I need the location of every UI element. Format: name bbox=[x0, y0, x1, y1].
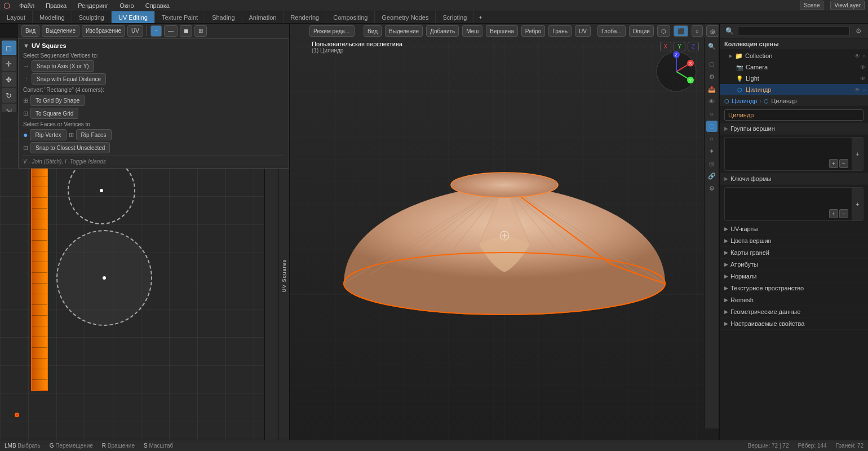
normals-section[interactable]: ▶ Нормали bbox=[720, 271, 868, 282]
vp-vertex-menu[interactable]: Вершина bbox=[486, 25, 518, 37]
menu-render[interactable]: Рендеринг bbox=[76, 2, 110, 9]
light-eye[interactable]: 👁 bbox=[860, 76, 866, 82]
vertex-groups-header[interactable]: ▶ Группы вершин bbox=[720, 123, 868, 135]
vg-ctrl-1[interactable]: + bbox=[829, 159, 838, 168]
viewport-gizmo[interactable]: X Y Z bbox=[654, 49, 699, 94]
snap-closest-btn[interactable]: Snap to Closest Unselected bbox=[30, 142, 110, 153]
outliner-light[interactable]: 💡 Light 👁 bbox=[720, 73, 868, 84]
vp-right-scene[interactable]: ⬡ bbox=[706, 59, 718, 70]
outliner-camera[interactable]: 📷 Camera 👁 bbox=[720, 61, 868, 73]
menu-window[interactable]: Окно bbox=[117, 2, 136, 9]
snap-equal-btn[interactable]: Snap with Equal Distance bbox=[32, 73, 106, 85]
to-grid-btn[interactable]: To Grid By Shape bbox=[30, 95, 85, 106]
uv-mode-face[interactable]: ◼ bbox=[180, 25, 192, 37]
to-square-btn[interactable]: To Square Grid bbox=[30, 108, 78, 119]
tool-cursor[interactable]: ✛ bbox=[2, 56, 16, 71]
rip-faces-btn[interactable]: Rip Faces bbox=[76, 129, 112, 140]
snap-axis-btn[interactable]: Snap to Axis (X or Y) bbox=[32, 60, 94, 72]
uv-uv-menu[interactable]: UV bbox=[127, 25, 143, 37]
vp-right-object[interactable]: ○ bbox=[706, 108, 718, 120]
sk-ctrl-2[interactable]: − bbox=[839, 209, 848, 218]
tab-layout[interactable]: Layout bbox=[0, 11, 33, 23]
tool-select[interactable]: ◻ bbox=[2, 41, 16, 55]
vp-shade-material[interactable]: ○ bbox=[692, 25, 703, 37]
remesh-section[interactable]: ▶ Remesh bbox=[720, 294, 868, 306]
face-maps-section[interactable]: ▶ Карты граней bbox=[720, 247, 868, 259]
tab-rendering[interactable]: Rendering bbox=[284, 11, 326, 23]
vg-add-btn[interactable]: + bbox=[852, 138, 863, 170]
vp-right-output[interactable]: 📤 bbox=[706, 83, 718, 95]
collection-eye[interactable]: 👁 bbox=[854, 53, 860, 59]
vp-view-menu[interactable]: Вид bbox=[364, 25, 382, 37]
tab-scripting[interactable]: Scripting bbox=[436, 11, 474, 23]
uv-mode-vertex[interactable]: ⬝ bbox=[150, 25, 162, 37]
vp-mode-dropdown[interactable]: Режим реда... bbox=[309, 25, 355, 37]
vp-face-menu[interactable]: Грань bbox=[548, 25, 572, 37]
menu-edit[interactable]: Правка bbox=[43, 2, 69, 9]
uv-maps-section[interactable]: ▶ UV-карты bbox=[720, 223, 868, 235]
shape-keys-header[interactable]: ▶ Ключи формы bbox=[720, 173, 868, 185]
sk-add-btn[interactable]: + bbox=[852, 188, 863, 220]
vp-right-material[interactable]: ○ bbox=[706, 133, 718, 144]
viewport-3d[interactable]: ◻ ✛ ✥ ↻ ⇲ ⊞ ✏ 📐 Режим реда... Вид Выделе… bbox=[290, 24, 719, 440]
tab-geometry-nodes[interactable]: Geometry Nodes bbox=[375, 11, 436, 23]
collection-hide[interactable]: ○ bbox=[862, 53, 866, 59]
view-layer-selector[interactable]: ViewLayer bbox=[830, 1, 865, 10]
vp-global-dropdown[interactable]: Глоба... bbox=[597, 25, 626, 37]
outliner-collection[interactable]: ▶ 📁 Collection 👁 ○ bbox=[720, 50, 868, 61]
vp-shade-solid[interactable]: ⬛ bbox=[674, 25, 688, 37]
axis-x-btn[interactable]: X bbox=[660, 42, 672, 51]
tab-shading[interactable]: Shading bbox=[205, 11, 242, 23]
vp-right-render[interactable]: ⚙ bbox=[706, 71, 718, 82]
vp-right-data[interactable]: ⬡ bbox=[706, 121, 718, 132]
vg-ctrl-2[interactable]: − bbox=[839, 159, 848, 168]
vp-right-search[interactable]: 🔍 bbox=[706, 41, 718, 52]
tab-add[interactable]: + bbox=[474, 12, 486, 23]
vp-uv-menu[interactable]: UV bbox=[575, 25, 591, 37]
menu-file[interactable]: Файл bbox=[17, 2, 37, 9]
tab-modeling[interactable]: Modeling bbox=[33, 11, 72, 23]
scene-selector[interactable]: Scene bbox=[800, 1, 823, 10]
cylinder-select[interactable]: ○ bbox=[862, 87, 866, 93]
cylinder-eye[interactable]: 👁 bbox=[854, 87, 860, 93]
tab-texture-paint[interactable]: Texture Paint bbox=[155, 11, 205, 23]
vp-right-particles[interactable]: ✦ bbox=[706, 145, 718, 157]
vp-shade-wire[interactable]: ⬡ bbox=[657, 25, 670, 37]
prop-filter[interactable]: ⚙ bbox=[852, 25, 865, 37]
attributes-section[interactable]: ▶ Атрибуты bbox=[720, 259, 868, 271]
uv-mode-island[interactable]: ⊞ bbox=[194, 25, 207, 37]
custom-props-section[interactable]: ▶ Настраиваемые свойства bbox=[720, 318, 868, 330]
vp-select-menu[interactable]: Выделение bbox=[385, 25, 423, 37]
camera-eye[interactable]: 👁 bbox=[860, 64, 866, 70]
vp-mesh-menu[interactable]: Меш bbox=[462, 25, 482, 37]
vertex-colors-section[interactable]: ▶ Цвета вершин bbox=[720, 235, 868, 247]
tab-compositing[interactable]: Compositing bbox=[326, 11, 375, 23]
uv-mode-edge[interactable]: — bbox=[164, 25, 178, 37]
uv-view-menu[interactable]: Вид bbox=[21, 25, 39, 37]
sk-ctrl-1[interactable]: + bbox=[829, 209, 838, 218]
axis-z-btn[interactable]: Z bbox=[688, 42, 699, 51]
vp-right-physics[interactable]: ◎ bbox=[706, 158, 718, 169]
vp-right-constraints[interactable]: 🔗 bbox=[706, 170, 718, 182]
uv-image-menu[interactable]: Изображение bbox=[82, 25, 125, 37]
geometry-data-section[interactable]: ▶ Геометрические данные bbox=[720, 306, 868, 318]
uv-select-menu[interactable]: Выделение bbox=[42, 25, 79, 37]
menu-help[interactable]: Справка bbox=[143, 2, 172, 9]
uv-panel-header[interactable]: ▼ UV Squares bbox=[23, 42, 284, 49]
vp-right-view[interactable]: 👁 bbox=[706, 96, 718, 107]
tab-sculpting[interactable]: Sculpting bbox=[72, 11, 112, 23]
axis-y-btn[interactable]: Y bbox=[674, 42, 685, 51]
rip-vertex-btn[interactable]: Rip Vertex bbox=[30, 129, 66, 140]
tool-move[interactable]: ✥ bbox=[2, 72, 16, 87]
texture-space-section[interactable]: ▶ Текстурное пространство bbox=[720, 282, 868, 294]
tab-uv-editing[interactable]: UV Editing bbox=[112, 11, 155, 23]
breadcrumb-item-1[interactable]: Цилиндр bbox=[732, 98, 757, 104]
object-name-field[interactable]: Цилиндр bbox=[724, 109, 863, 121]
vp-shade-render[interactable]: ◎ bbox=[706, 25, 719, 37]
outliner-cylinder[interactable]: ⬡ Цилиндр 👁 ○ bbox=[720, 84, 868, 95]
vp-add-menu[interactable]: Добавить bbox=[426, 25, 459, 37]
tool-rotate[interactable]: ↻ bbox=[2, 88, 16, 103]
vp-right-modifiers[interactable]: ⚙ bbox=[706, 183, 718, 194]
vp-options[interactable]: Опции bbox=[629, 25, 654, 37]
prop-search[interactable]: 🔍 bbox=[723, 25, 736, 37]
